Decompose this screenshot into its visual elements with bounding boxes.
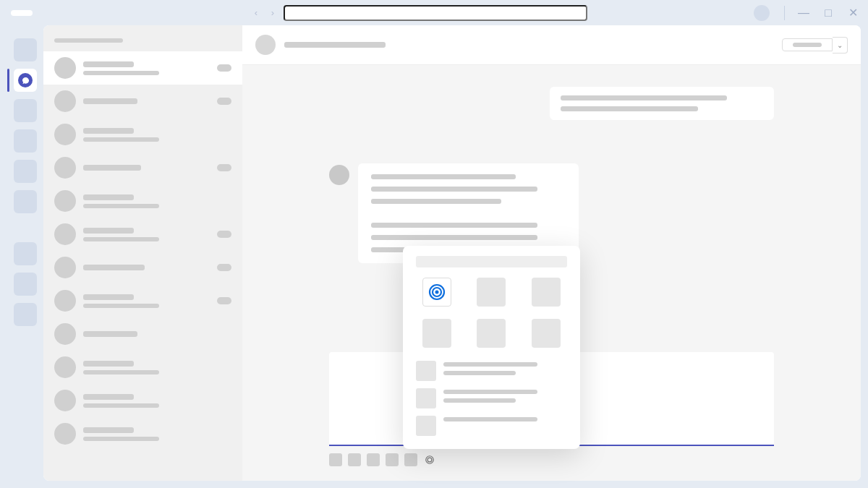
chat-list-item[interactable] — [43, 218, 242, 251]
chat-item-name — [83, 265, 145, 270]
profile-avatar[interactable] — [754, 5, 770, 21]
apps-popup — [403, 246, 580, 449]
chat-list-item[interactable] — [43, 85, 242, 118]
message-line — [371, 223, 537, 228]
chat-item-name — [83, 194, 134, 200]
message-line — [371, 199, 501, 204]
chat-list-item[interactable] — [43, 151, 242, 184]
rail-item-activity[interactable] — [14, 38, 37, 61]
rail-item-teams[interactable] — [14, 99, 37, 122]
rail-item-help[interactable] — [14, 303, 37, 326]
rail-item-calls[interactable] — [14, 160, 37, 183]
chat-list-header — [43, 25, 242, 51]
compose-format-button[interactable] — [367, 453, 380, 466]
chat-item-preview — [83, 137, 159, 142]
chat-item-avatar — [54, 356, 76, 378]
conversation-avatar[interactable] — [255, 35, 276, 55]
message-line — [561, 106, 698, 111]
app-tile-prezi[interactable] — [422, 278, 451, 307]
chat-list-item[interactable] — [43, 351, 242, 384]
chat-item-avatar — [54, 57, 76, 79]
chat-list-title — [54, 38, 123, 43]
chat-item-time — [217, 98, 231, 105]
recent-title — [443, 362, 537, 367]
chat-item-preview — [83, 237, 159, 241]
recent-item[interactable] — [416, 361, 567, 381]
chat-item-avatar — [54, 157, 76, 179]
chat-item-name — [83, 331, 137, 337]
chat-list-item[interactable] — [43, 284, 242, 317]
recent-title — [443, 417, 537, 421]
chat-item-preview — [83, 71, 159, 75]
chat-list-item[interactable] — [43, 317, 242, 351]
divider — [784, 6, 785, 20]
chat-item-preview — [83, 304, 159, 308]
titlebar: ‹ › — □ ✕ — [0, 0, 868, 25]
chat-item-time — [217, 64, 231, 72]
app-tile[interactable] — [477, 319, 506, 348]
chat-item-avatar — [54, 124, 76, 145]
chat-list-item[interactable] — [43, 384, 242, 417]
compose-format-button[interactable] — [348, 453, 361, 466]
app-menu-button[interactable] — [11, 10, 33, 16]
chat-item-name — [83, 61, 134, 67]
app-tile[interactable] — [532, 319, 561, 348]
chat-item-preview — [83, 370, 159, 374]
recent-thumb — [416, 388, 436, 408]
chat-list-item[interactable] — [43, 417, 242, 450]
chat-item-name — [83, 128, 134, 134]
chat-item-preview — [83, 403, 159, 408]
rail-item-calendar[interactable] — [14, 129, 37, 153]
app-tile[interactable] — [532, 278, 561, 307]
chat-item-avatar — [54, 323, 76, 345]
message-line — [371, 187, 537, 192]
chat-item-time — [217, 297, 231, 304]
compose-toolbar — [329, 446, 774, 466]
chat-item-time — [217, 231, 231, 238]
chat-list-item[interactable] — [43, 251, 242, 284]
rail-item-more[interactable] — [14, 242, 37, 265]
compose-extensions-button[interactable] — [425, 455, 435, 465]
search-input[interactable] — [284, 5, 587, 21]
recent-subtitle — [443, 371, 516, 375]
rail-item-apps[interactable] — [14, 273, 37, 296]
app-tile[interactable] — [477, 278, 506, 307]
chat-item-name — [83, 394, 134, 400]
header-action-button[interactable] — [782, 38, 833, 51]
chat-item-time — [217, 164, 231, 171]
header-action-dropdown[interactable]: ⌄ — [833, 37, 848, 53]
chat-item-preview — [83, 204, 159, 208]
rail-item-chat[interactable] — [14, 69, 37, 92]
maximize-button[interactable]: □ — [824, 9, 833, 17]
recent-item[interactable] — [416, 416, 567, 436]
chat-list-item[interactable] — [43, 118, 242, 151]
app-tile[interactable] — [422, 319, 451, 348]
chat-item-avatar — [54, 390, 76, 411]
compose-format-button[interactable] — [329, 453, 342, 466]
close-button[interactable]: ✕ — [848, 9, 857, 17]
apps-popup-search[interactable] — [416, 256, 567, 267]
chat-list-item[interactable] — [43, 184, 242, 218]
sender-avatar[interactable] — [329, 165, 349, 185]
nav-forward-button[interactable]: › — [266, 7, 279, 20]
chat-item-avatar — [54, 423, 76, 445]
chat-item-name — [83, 294, 134, 300]
chat-list-item[interactable] — [43, 51, 242, 85]
conversation-title — [284, 42, 386, 48]
message-line — [371, 235, 537, 240]
outgoing-message — [550, 87, 774, 120]
recent-thumb — [416, 416, 436, 436]
compose-format-button[interactable] — [404, 453, 417, 466]
prezi-icon — [428, 283, 446, 301]
conversation-header: ⌄ — [242, 25, 861, 65]
nav-back-button[interactable]: ‹ — [250, 7, 263, 20]
compose-format-button[interactable] — [386, 453, 399, 466]
minimize-button[interactable]: — — [799, 9, 808, 17]
chat-item-name — [83, 427, 134, 433]
recent-thumb — [416, 361, 436, 381]
chat-item-name — [83, 228, 134, 234]
chat-item-name — [83, 361, 134, 367]
recent-item[interactable] — [416, 388, 567, 408]
rail-item-files[interactable] — [14, 190, 37, 213]
message-line — [371, 174, 516, 179]
